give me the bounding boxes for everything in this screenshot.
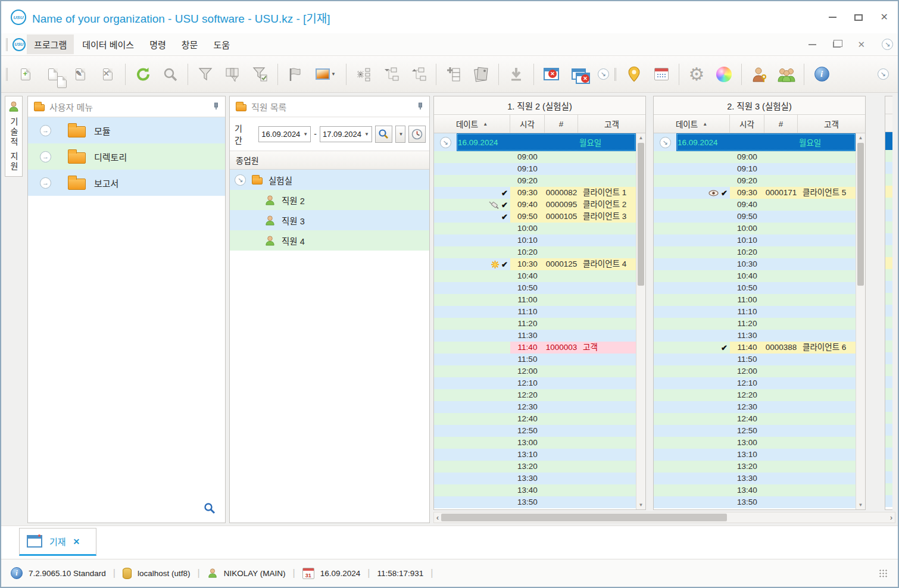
menu-window[interactable]: 창문 [174,35,205,54]
scroll-up-icon[interactable]: ▲ [856,135,865,140]
schedule-row[interactable]: 10:20 [654,246,856,258]
date-row[interactable]: ↘16.09.2024월요일 [654,133,856,151]
schedule-row[interactable]: 11:20 [654,318,856,330]
tech-support-tab[interactable]: 기술적 지원 [5,96,23,177]
close-icon[interactable]: ✕ [881,12,888,22]
schedule-row[interactable]: 13:30 [654,473,856,484]
schedule-row[interactable]: 09:20 [434,175,636,187]
schedule-row[interactable]: 12:50 [654,425,856,437]
column-header[interactable]: 고객 [798,115,865,133]
image-mode-button[interactable]: ▼ [310,60,342,89]
about-button[interactable]: i [809,60,835,89]
column-header[interactable]: # [545,115,578,133]
schedule-row[interactable]: 12:40 [434,413,636,425]
search-button[interactable] [157,60,183,89]
schedule-row[interactable]: ✔10:300000125클라이언트 4 [434,258,636,270]
schedule-row[interactable]: 10:50 [434,282,636,294]
sidebar-item-reports[interactable]: → 보고서 [28,170,225,196]
close-all-windows-button[interactable]: ✕ [566,60,592,89]
schedule-row[interactable]: 10:10 [434,234,636,246]
scrollbar-thumb[interactable] [441,514,727,521]
scroll-down-icon[interactable]: ▼ [856,502,865,508]
toolbar-overflow2-button[interactable]: ↘ [873,60,893,89]
add-row-button[interactable] [441,60,467,89]
schedule-row[interactable]: 12:30 [434,401,636,413]
employees-button[interactable] [773,60,800,89]
schedule-row[interactable]: 09:10 [654,163,856,175]
collapse-arrow-icon[interactable]: ↘ [660,137,671,148]
import-button[interactable] [503,60,529,89]
horizontal-scrollbar[interactable]: ‹ › [433,512,895,523]
pin-icon[interactable] [417,102,423,112]
search-options-button[interactable]: ▼ [395,126,405,143]
schedule-row[interactable]: 12:10 [434,377,636,389]
filter-button[interactable] [192,60,218,89]
column-header[interactable]: 데이트▲ [654,115,730,133]
schedule-row[interactable]: 13:00 [654,437,856,449]
collapse-arrow-icon[interactable]: ↘ [235,174,246,186]
schedule-row[interactable]: 13:50 [654,496,856,508]
schedule-row[interactable]: 12:20 [434,389,636,401]
schedule-row[interactable]: 10:40 [654,270,856,282]
reports-button[interactable] [468,60,494,89]
vertical-scrollbar[interactable]: ▲▼ [856,133,865,509]
schedule-row[interactable]: 11:50 [654,354,856,365]
collapse-arrow-icon[interactable]: ↘ [440,137,451,148]
schedule-row[interactable]: 13:00 [434,437,636,449]
tree-item-employee-3[interactable]: 직원 3 [230,210,429,230]
scroll-down-icon[interactable]: ▼ [636,502,645,508]
schedule-row[interactable]: 11:10 [654,306,856,318]
schedule-row[interactable]: 09:20 [654,175,856,187]
minimize-icon[interactable] [829,17,836,18]
schedule-row[interactable]: ✔09:500000105클라이언트 3 [434,211,636,223]
schedule-row[interactable]: 12:50 [434,425,636,437]
schedule-row[interactable]: 12:00 [654,365,856,377]
delete-record-button[interactable]: ✕ [95,60,121,89]
pin-icon[interactable] [213,102,219,112]
schedule-row[interactable]: 11:50 [434,354,636,365]
schedule-row[interactable]: 13:40 [434,484,636,496]
collapse-tree-button[interactable] [378,60,404,89]
settings-button[interactable]: ⚙ [683,60,710,89]
menu-overflow-icon[interactable]: ↘ [882,39,893,50]
time-button[interactable] [408,126,426,143]
sidebar-item-modules[interactable]: → 모듈 [28,117,225,143]
menu-database[interactable]: 데이터 베이스 [75,35,141,54]
column-header[interactable]: 데이트▲ [434,115,510,133]
schedule-row[interactable]: 13:10 [434,449,636,461]
schedule-row[interactable]: 10:20 [434,246,636,258]
schedule-row[interactable]: 12:40 [654,413,856,425]
mdi-restore-icon[interactable] [833,42,841,48]
expand-tree-button[interactable] [405,60,432,89]
scrollbar-thumb[interactable] [857,143,864,286]
toolbar-overflow-button[interactable]: ↘ [593,60,613,89]
menu-command[interactable]: 명령 [142,35,173,54]
apply-search-button[interactable] [375,126,392,143]
vertical-scrollbar[interactable]: ▲▼ [636,133,645,509]
schedule-row[interactable]: 11:00 [654,294,856,306]
schedule-row[interactable]: 09:00 [654,151,856,163]
schedule-row[interactable]: 12:00 [434,365,636,377]
schedule-row[interactable]: 11:00 [434,294,636,306]
mdi-close-icon[interactable]: ✕ [857,39,865,50]
scrollbar-thumb[interactable] [638,143,644,286]
schedule-row[interactable]: 13:30 [434,473,636,484]
menu-help[interactable]: 도움 [206,35,237,54]
expand-arrow-icon[interactable]: → [40,125,51,136]
column-header[interactable]: 시각 [730,115,764,133]
schedule-row[interactable]: 10:40 [434,270,636,282]
schedule-row[interactable]: 12:30 [654,401,856,413]
resize-grip[interactable] [879,569,888,577]
schedule-row[interactable]: ✔11:400000388클라이언트 6 [654,342,856,354]
schedule-row[interactable]: 09:50 [654,211,856,223]
schedule-row[interactable]: ✔09:300000082클라이언트 1 [434,187,636,199]
schedule-row[interactable]: 09:40 [654,199,856,211]
colors-button[interactable] [711,60,737,89]
location-button[interactable] [621,60,647,89]
edit-record-button[interactable]: ✎ [67,60,93,89]
expand-arrow-icon[interactable]: → [40,151,51,162]
schedule-row[interactable]: 12:10 [654,377,856,389]
close-window-button[interactable]: ✕ [538,60,564,89]
schedule-row[interactable]: ✔09:300000171클라이언트 5 [654,187,856,199]
schedule-row[interactable]: 13:20 [434,461,636,473]
